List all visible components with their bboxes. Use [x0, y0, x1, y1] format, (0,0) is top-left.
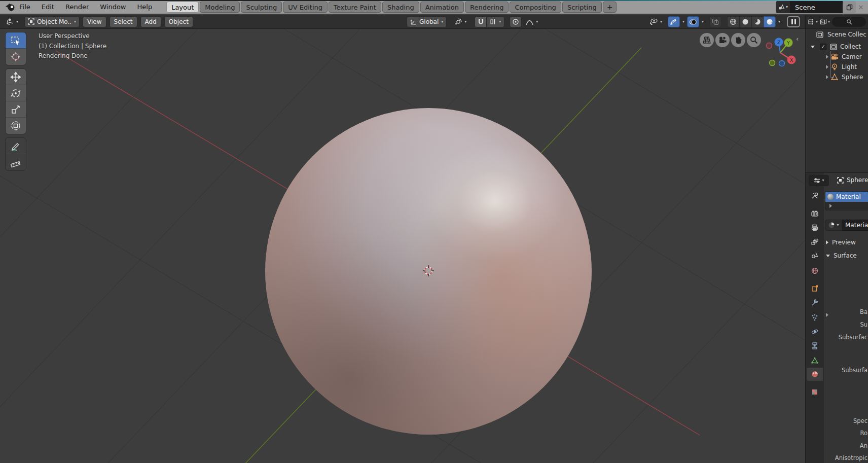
tab-animation[interactable]: Animation [420, 2, 464, 13]
snap-with-dropdown[interactable]: ▾ [487, 16, 504, 27]
outliner-display-mode-button[interactable]: ▾ [820, 18, 830, 25]
outliner-row-light[interactable]: Light [806, 62, 868, 72]
object-visibility-dropdown[interactable]: ▾ [646, 16, 665, 27]
camera-view-button[interactable] [715, 33, 730, 47]
material-slot-selected[interactable]: Material [825, 192, 868, 202]
menu-render[interactable]: Render [65, 3, 89, 11]
tab-physics[interactable] [807, 325, 823, 338]
overlays-toggle[interactable] [687, 16, 699, 27]
outliner-row-camera[interactable]: Camer [806, 52, 868, 62]
menu-window[interactable]: Window [100, 3, 126, 11]
gizmos-toggle[interactable] [668, 16, 680, 27]
annotate-tool-button[interactable] [6, 138, 26, 154]
tab-layout[interactable]: Layout [166, 2, 199, 13]
outliner-row-collection[interactable]: ✓ Collect [806, 42, 868, 52]
tab-view-layer[interactable] [807, 235, 823, 248]
tab-object[interactable] [807, 282, 823, 295]
scene-name-field[interactable]: Scene [790, 1, 843, 13]
menu-object[interactable]: Object [164, 16, 193, 27]
tab-tool[interactable] [807, 189, 823, 202]
expand-arrow-icon[interactable] [826, 65, 828, 69]
perspective-toggle-button[interactable] [700, 33, 714, 47]
move-view-button[interactable] [731, 33, 745, 47]
transform-tool-button[interactable] [6, 118, 26, 134]
zoom-view-button[interactable] [747, 33, 761, 47]
tab-world[interactable] [807, 264, 823, 277]
proportional-editing-toggle[interactable] [510, 16, 522, 27]
pivot-point-dropdown[interactable]: ▾ [452, 16, 469, 27]
tab-uv-editing[interactable]: UV Editing [283, 2, 328, 13]
panel-surface[interactable]: Surface [826, 252, 857, 259]
tab-scene[interactable] [807, 248, 823, 262]
proportional-falloff-dropdown[interactable]: ▾ [523, 16, 541, 27]
menu-add[interactable]: Add [140, 16, 161, 27]
tab-modifiers[interactable] [807, 296, 823, 309]
xray-toggle[interactable] [709, 16, 721, 27]
expand-arrow-icon[interactable] [826, 75, 828, 79]
shading-dropdown[interactable]: ▾ [778, 20, 780, 24]
tab-compositing[interactable]: Compositing [510, 2, 561, 13]
panel-preview[interactable]: Preview [826, 239, 856, 246]
sphere-object[interactable] [265, 108, 593, 435]
tab-modeling[interactable]: Modeling [200, 2, 240, 13]
properties-editor-type-button[interactable]: ▾ [809, 175, 829, 186]
menu-view[interactable]: View [83, 16, 106, 27]
transform-orientation-dropdown[interactable]: Global ▾ [407, 16, 447, 27]
axis-neg-z-ball[interactable] [779, 61, 785, 66]
rotate-tool-button[interactable] [6, 85, 26, 101]
shading-material-button[interactable] [751, 16, 764, 27]
cursor-tool-button[interactable] [6, 49, 26, 65]
mode-selector[interactable]: Object Mo.. ▾ [24, 16, 80, 27]
tab-object-data[interactable] [807, 354, 823, 367]
tab-material[interactable] [807, 368, 823, 381]
scene-browse-button[interactable]: ▾ [776, 1, 790, 13]
outliner-row-scene-collection[interactable]: Scene Collec [806, 29, 868, 40]
tab-render[interactable] [807, 207, 823, 220]
expand-arrow-icon[interactable] [811, 46, 815, 48]
viewport-3d[interactable]: User Perspective (1) Collection | Sphere… [0, 29, 805, 463]
menu-file[interactable]: File [19, 3, 30, 11]
outliner-editor-type-button[interactable]: ▾ [808, 18, 818, 25]
unlink-scene-button[interactable]: ✕ [856, 1, 866, 13]
tab-sculpting[interactable]: Sculpting [241, 2, 282, 13]
shading-wireframe-button[interactable] [727, 16, 739, 27]
tab-particles[interactable] [807, 311, 823, 324]
breadcrumb-object-label[interactable]: Sphere [847, 176, 868, 184]
scale-tool-button[interactable] [6, 101, 26, 118]
tab-rendering[interactable]: Rendering [465, 2, 509, 13]
tab-constraints[interactable] [807, 339, 823, 352]
tab-texture[interactable] [807, 385, 823, 399]
axis-navigation-gizmo[interactable]: Z Y X [763, 34, 799, 69]
menu-select[interactable]: Select [110, 16, 137, 27]
base-color-expand-icon[interactable] [826, 313, 828, 317]
overlays-dropdown[interactable]: ▾ [702, 20, 704, 24]
move-tool-button[interactable] [6, 69, 26, 85]
blender-logo-icon[interactable] [5, 2, 15, 12]
menu-edit[interactable]: Edit [42, 3, 54, 11]
measure-tool-button[interactable] [6, 154, 26, 170]
gizmos-dropdown[interactable]: ▾ [682, 20, 684, 24]
material-name-field[interactable]: Material [842, 220, 868, 231]
outliner-row-sphere[interactable]: Sphere [806, 72, 868, 82]
collection-checkbox[interactable]: ✓ [820, 44, 826, 50]
region-collapse-arrow[interactable]: ‹ [796, 35, 799, 43]
expand-arrow-icon[interactable] [826, 55, 828, 59]
select-box-tool-button[interactable] [6, 32, 26, 49]
shading-rendered-button[interactable] [764, 16, 776, 27]
new-scene-button[interactable] [843, 1, 856, 13]
material-slot-expander[interactable] [825, 202, 868, 210]
browse-material-button[interactable]: ▾ [825, 220, 842, 231]
snap-toggle[interactable] [475, 16, 487, 27]
tab-scripting[interactable]: Scripting [562, 2, 602, 13]
outliner-search-input[interactable] [832, 17, 866, 27]
shading-solid-button[interactable] [739, 16, 751, 27]
tab-texture-paint[interactable]: Texture Paint [329, 2, 381, 13]
add-workspace-button[interactable]: + [603, 2, 617, 13]
axis-neg-y-ball[interactable] [770, 60, 775, 66]
tab-output[interactable] [807, 221, 823, 234]
tab-shading[interactable]: Shading [382, 2, 419, 13]
axis-neg-x-ball[interactable] [767, 43, 772, 49]
editor-type-button[interactable]: ▾ [3, 16, 21, 27]
pause-render-button[interactable] [787, 16, 800, 27]
menu-help[interactable]: Help [137, 3, 153, 11]
